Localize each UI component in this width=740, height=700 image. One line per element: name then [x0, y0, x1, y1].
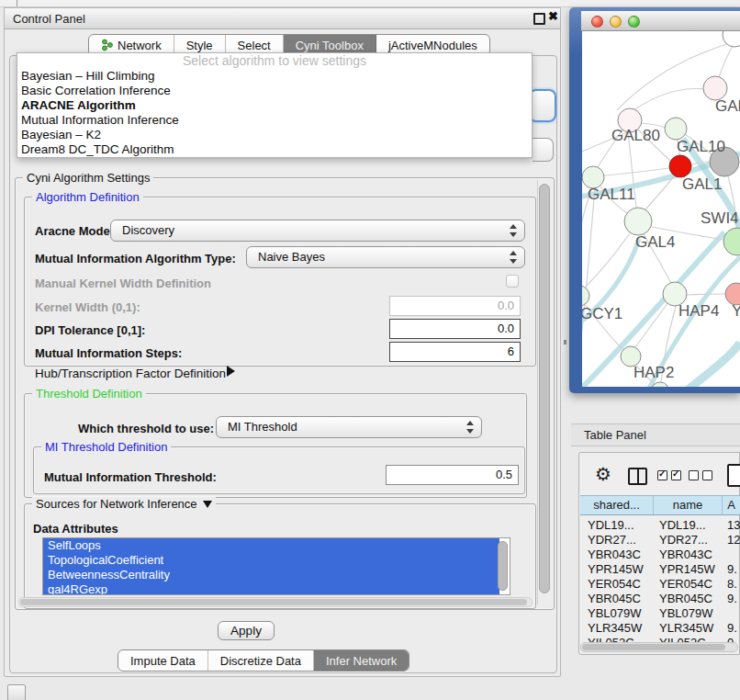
document-icon[interactable] [727, 464, 740, 487]
list-vscrollbar-thumb[interactable] [498, 541, 508, 591]
panel-title: Control Panel [13, 12, 85, 26]
node-gal4[interactable] [624, 208, 652, 235]
settings-hscrollbar-thumb[interactable] [20, 599, 527, 605]
collapsed-arrow-icon[interactable] [227, 366, 235, 377]
edge[interactable] [586, 233, 630, 287]
node-swi4[interactable] [723, 228, 740, 255]
zoom-traffic-button[interactable] [628, 16, 640, 28]
table-row[interactable]: YPR145W YPR145W 9. [580, 562, 740, 577]
select-all-checks-icon[interactable] [657, 470, 681, 480]
list-item[interactable]: gal4RGexp [43, 582, 499, 595]
table-row[interactable]: YER054C YER054C 8. [580, 577, 740, 592]
tab-impute-data[interactable]: Impute Data [118, 650, 208, 671]
unchecked-box-icon [702, 470, 712, 480]
dropdown-option[interactable]: Mutual Information Inference [17, 113, 532, 128]
panel-divider-grip[interactable] [564, 340, 566, 344]
table-hscrollbar-thumb[interactable] [582, 644, 725, 650]
close-traffic-button[interactable] [591, 16, 603, 28]
mi-threshold-label: Mutual Information Threshold: [44, 470, 217, 484]
table-row[interactable]: YLR345W YLR345W 9. [580, 621, 740, 636]
split-panel-icon[interactable] [628, 468, 647, 485]
deselect-all-checks-icon[interactable] [689, 470, 712, 480]
network-window-titlebar[interactable] [581, 11, 740, 31]
aracne-mode-combobox[interactable]: Discovery [110, 220, 525, 242]
node-label: GCY1 [582, 305, 622, 322]
table-panel-title: Table Panel [584, 428, 646, 442]
dropdown-option[interactable]: Bayesian – K2 [17, 128, 532, 142]
which-threshold-combobox[interactable]: MI Threshold [216, 416, 482, 438]
dpi-tolerance-field[interactable]: 0.0 [389, 319, 521, 339]
tab-infer-network[interactable]: Infer Network [314, 650, 409, 671]
column-header-name[interactable]: name [654, 496, 723, 514]
kernel-width-label: Kernel Width (0,1): [35, 300, 140, 314]
node-label: HAP4 [678, 302, 719, 320]
tab-discretize-data-label: Discretize Data [220, 654, 301, 668]
dropdown-option[interactable]: Dream8 DC_TDC Algorithm [17, 142, 532, 157]
cell-name: YDL19... [659, 518, 723, 532]
apply-button[interactable]: Apply [218, 621, 275, 640]
cell-shared-name: YLR345W [588, 621, 654, 635]
cell-shared-name: YBR045C [588, 592, 654, 605]
cell-name: YBR043C [659, 548, 723, 561]
which-threshold-value: MI Threshold [228, 420, 297, 434]
aracne-mode-value: Discovery [122, 223, 174, 237]
cell-value: 8. [727, 577, 740, 591]
gear-icon[interactable]: ⚙ [595, 465, 611, 483]
close-icon[interactable]: ✖ [548, 9, 558, 23]
hub-definition-toggle[interactable]: Hub/Transcription Factor Definition [35, 367, 226, 380]
float-window-icon[interactable] [533, 13, 545, 25]
table-row[interactable]: YBR043C YBR043C [580, 548, 740, 562]
column-header-partial[interactable]: A [723, 496, 740, 514]
expanded-arrow-icon[interactable] [203, 501, 212, 508]
manual-kernel-checkbox[interactable] [506, 275, 519, 288]
network-canvas[interactable]: GAL GAL80 GAL10 GAL1 GAL11 SWI4 GAL4 GCY… [582, 31, 740, 387]
edge[interactable] [633, 88, 705, 110]
edge[interactable] [687, 294, 725, 295]
edge[interactable] [604, 168, 669, 175]
algorithm-dropdown-list: Select algorithm to view settings Bayesi… [17, 52, 533, 158]
node-gcy1[interactable] [582, 286, 589, 306]
dropdown-option[interactable]: Basic Correlation Inference [17, 84, 532, 98]
edge[interactable] [681, 343, 740, 387]
tab-cyni-toolbox-label: Cyni Toolbox [296, 39, 364, 52]
cell-name: YLR345W [659, 621, 723, 635]
minimize-traffic-button[interactable] [610, 16, 622, 28]
edge[interactable] [719, 46, 733, 77]
network-graph: GAL GAL80 GAL10 GAL1 GAL11 SWI4 GAL4 GCY… [582, 31, 740, 387]
table-row[interactable]: YBL079W YBL079W [580, 606, 740, 621]
threshold-definition-title: Threshold Definition [32, 387, 146, 401]
table-row[interactable]: YDR27... YDR27... 12 [580, 533, 740, 548]
table-row[interactable]: YBR045C YBR045C 9. [580, 592, 740, 606]
obscured-combobox-focus[interactable] [529, 89, 556, 122]
window-chrome-strip [0, 0, 740, 7]
list-item[interactable]: SelfLoops [43, 538, 499, 553]
checked-box-icon [671, 470, 681, 480]
node-label: Y [732, 302, 740, 320]
mi-threshold-field[interactable]: 0.5 [386, 465, 519, 485]
aracne-mode-label: Aracne Mode: [35, 224, 114, 238]
dropdown-option-highlighted[interactable]: ARACNE Algorithm [17, 98, 532, 113]
settings-vscrollbar-thumb[interactable] [539, 184, 550, 593]
tab-discretize-data[interactable]: Discretize Data [208, 650, 314, 671]
dpi-tolerance-label: DPI Tolerance [0,1]: [35, 323, 145, 337]
corner-button[interactable] [7, 684, 26, 700]
network-icon [101, 39, 114, 51]
node-gal10[interactable] [665, 118, 687, 140]
list-item[interactable]: TopologicalCoefficient [43, 553, 499, 568]
node-gal1-selected[interactable] [669, 155, 691, 177]
algorithm-definition-title: Algorithm Definition [32, 190, 143, 204]
mi-steps-field[interactable]: 6 [389, 342, 521, 362]
table-row-partial[interactable]: YIL052C YIL052C 0. [580, 636, 740, 642]
mi-type-combobox[interactable]: Naive Bayes [246, 246, 525, 268]
column-header-shared-name[interactable]: shared... [580, 496, 654, 514]
screen: Control Panel ✖ Network Style Select Cyn… [0, 0, 740, 700]
unchecked-box-icon [689, 470, 699, 480]
tab-jactivemnodules-label: jActiveMNodules [388, 39, 477, 52]
checked-box-icon [657, 470, 667, 480]
kernel-width-field[interactable]: 0.0 [389, 296, 521, 316]
table-row[interactable]: YDL19... YDL19... 13 [580, 518, 740, 533]
tab-style-label: Style [186, 39, 213, 52]
cell-name: YBR045C [659, 592, 723, 605]
list-item[interactable]: BetweennessCentrality [43, 568, 499, 582]
dropdown-option[interactable]: Bayesian – Hill Climbing [17, 69, 532, 84]
